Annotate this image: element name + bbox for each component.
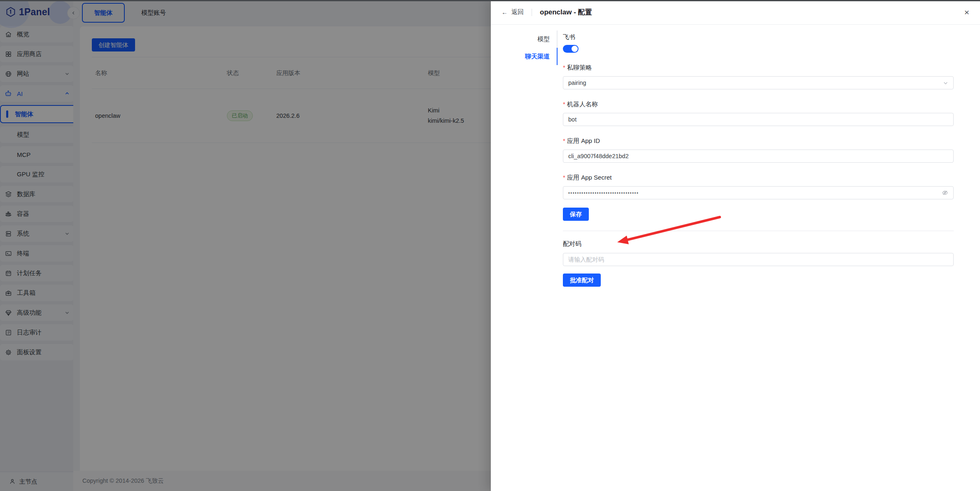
drawer-title: openclaw - 配置 (540, 7, 592, 17)
strategy-label: 私聊策略 (563, 64, 954, 72)
drawer-header: ← 返回 openclaw - 配置 × (491, 0, 980, 25)
config-drawer: ← 返回 openclaw - 配置 × 模型 聊天渠道 飞书 私聊策略 pai… (491, 0, 980, 491)
drawer-nav: 模型 聊天渠道 (491, 30, 558, 287)
drawer-body: 模型 聊天渠道 飞书 私聊策略 pairing 机器人名称 应用 App ID (491, 25, 980, 287)
tab-label: 模型 (537, 35, 550, 43)
modal-overlay[interactable] (0, 0, 491, 491)
tab-model-config[interactable]: 模型 (491, 30, 558, 48)
toggle-knob (572, 46, 578, 52)
tab-chat-channel[interactable]: 聊天渠道 (491, 48, 558, 65)
strategy-value: pairing (568, 79, 586, 86)
strategy-select[interactable]: pairing (563, 76, 954, 89)
bot-name-label: 机器人名称 (563, 101, 954, 108)
back-button[interactable]: ← 返回 (502, 8, 524, 16)
pairing-code-label: 配对码 (563, 240, 954, 248)
save-button[interactable]: 保存 (563, 208, 589, 221)
channel-form: 飞书 私聊策略 pairing 机器人名称 应用 App ID 应用 App S… (558, 30, 980, 287)
app-secret-label: 应用 App Secret (563, 174, 954, 182)
back-label: 返回 (511, 8, 524, 16)
header-divider (532, 9, 532, 16)
feishu-toggle[interactable] (563, 45, 579, 53)
close-icon[interactable]: × (964, 8, 969, 16)
back-arrow-icon: ← (502, 9, 508, 16)
app-secret-input[interactable] (563, 186, 954, 199)
chevron-down-icon (943, 80, 948, 86)
bot-name-input[interactable] (563, 113, 954, 126)
provider-label: 飞书 (563, 33, 954, 41)
pairing-code-input[interactable] (563, 253, 954, 266)
app-id-label: 应用 App ID (563, 137, 954, 145)
approve-pairing-button[interactable]: 批准配对 (563, 274, 601, 287)
section-divider (563, 231, 954, 231)
eye-off-icon[interactable] (942, 189, 948, 196)
window-top-edge (0, 0, 980, 1)
app-id-input[interactable] (563, 150, 954, 163)
tab-label: 聊天渠道 (525, 53, 550, 61)
